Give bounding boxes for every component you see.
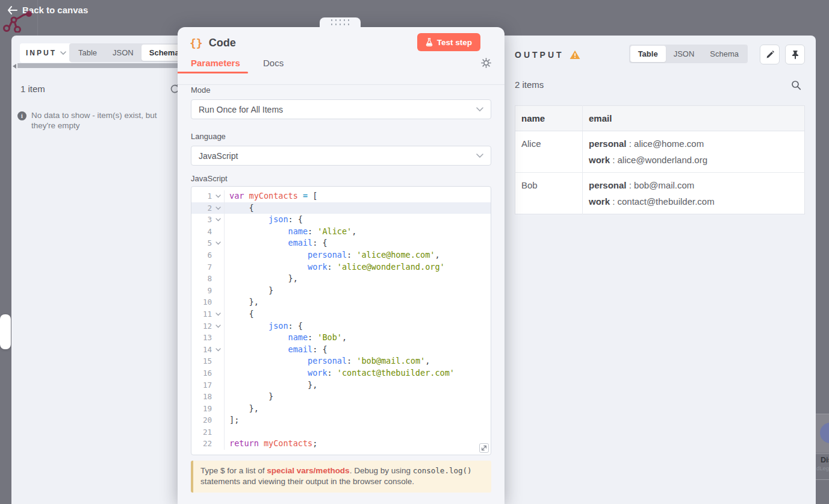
gear-icon[interactable] bbox=[481, 58, 491, 68]
panel-resize-handle[interactable] bbox=[0, 314, 11, 349]
tab-json[interactable]: JSON bbox=[666, 46, 703, 62]
pencil-icon bbox=[765, 50, 775, 60]
fold-icon bbox=[212, 403, 225, 415]
tab-parameters[interactable]: Parameters bbox=[191, 58, 240, 68]
line-number: 18 bbox=[191, 391, 212, 403]
active-tab-underline bbox=[178, 72, 248, 73]
code-line-13: 13 name: 'Bob', bbox=[191, 332, 491, 344]
line-number: 5 bbox=[191, 237, 212, 249]
output-title-label: OUTPUT bbox=[515, 50, 564, 60]
modal-drag-handle[interactable] bbox=[320, 17, 361, 27]
fold-icon[interactable] bbox=[212, 320, 225, 332]
fold-icon[interactable] bbox=[212, 237, 225, 249]
editor-hint: Type $ for a list of special vars/method… bbox=[191, 461, 491, 493]
modal-tab-bar: Parameters Docs bbox=[178, 56, 505, 85]
search-icon[interactable] bbox=[791, 80, 801, 90]
code-line-9: 9 } bbox=[191, 285, 491, 297]
fold-icon[interactable] bbox=[212, 344, 225, 356]
test-step-label: Test step bbox=[437, 38, 472, 47]
editor-resize-icon[interactable] bbox=[479, 443, 489, 453]
fold-icon bbox=[212, 414, 225, 426]
fold-icon bbox=[212, 249, 225, 261]
output-table-header-row: nameemail bbox=[515, 106, 805, 131]
tab-docs[interactable]: Docs bbox=[263, 58, 284, 68]
line-number: 22 bbox=[191, 438, 212, 450]
test-step-button[interactable]: Test step bbox=[417, 33, 480, 51]
output-table-body: Alicepersonal : alice@home.comwork : ali… bbox=[515, 131, 805, 214]
line-number: 20 bbox=[191, 414, 212, 426]
tab-table[interactable]: Table bbox=[630, 46, 666, 62]
code-line-8: 8 }, bbox=[191, 273, 491, 285]
line-number: 8 bbox=[191, 273, 212, 285]
output-view-tabs: TableJSONSchema bbox=[629, 45, 748, 63]
drag-dots-icon bbox=[331, 19, 350, 25]
input-empty-text: No data to show - item(s) exist, but the… bbox=[31, 111, 177, 131]
fold-icon[interactable] bbox=[212, 202, 225, 214]
tab-json[interactable]: JSON bbox=[105, 45, 141, 61]
canvas-divider bbox=[37, 0, 38, 36]
mode-label: Mode bbox=[191, 86, 211, 95]
output-panel-title: OUTPUT bbox=[515, 50, 580, 60]
code-line-5: 5 email: { bbox=[191, 237, 491, 249]
scroll-left-arrow-icon[interactable] bbox=[13, 64, 16, 69]
pin-icon bbox=[791, 50, 800, 60]
fold-icon[interactable] bbox=[212, 308, 225, 320]
special-vars-link[interactable]: special vars/methods bbox=[267, 466, 349, 475]
line-number: 2 bbox=[191, 202, 212, 214]
output-panel: OUTPUT TableJSONSchema 2 items namee bbox=[505, 36, 816, 504]
code-line-11: 11 { bbox=[191, 308, 491, 320]
editor-label: JavaScript bbox=[191, 174, 228, 183]
edit-output-button[interactable] bbox=[760, 45, 780, 64]
line-number: 17 bbox=[191, 379, 212, 391]
dimmed-background-fragment: Dis dLega bbox=[816, 361, 829, 504]
code-editor[interactable]: 1var myContacts = [2 {3 json: {4 name: '… bbox=[191, 186, 491, 455]
code-line-22: 22return myContacts; bbox=[191, 438, 491, 450]
code-line-3: 3 json: { bbox=[191, 214, 491, 226]
fold-icon[interactable] bbox=[212, 214, 225, 226]
line-number: 19 bbox=[191, 403, 212, 415]
input-selector-label: INPUT bbox=[26, 49, 57, 57]
modal-header: {} Code Test step bbox=[190, 31, 492, 55]
fold-icon[interactable] bbox=[212, 190, 225, 202]
code-line-1: 1var myContacts = [ bbox=[191, 190, 491, 202]
node-title: Code bbox=[209, 37, 236, 49]
table-row: Bobpersonal : bob@mail.comwork : contact… bbox=[515, 173, 805, 214]
language-select[interactable]: JavaScript bbox=[191, 146, 491, 166]
chevron-down-icon bbox=[60, 51, 66, 55]
line-number: 16 bbox=[191, 367, 212, 379]
fold-icon bbox=[212, 332, 225, 344]
chevron-down-icon bbox=[476, 107, 483, 111]
tab-schema[interactable]: Schema bbox=[702, 46, 747, 62]
tab-table[interactable]: Table bbox=[70, 45, 105, 61]
mode-value: Run Once for All Items bbox=[199, 105, 283, 114]
code-line-19: 19 }, bbox=[191, 403, 491, 415]
code-line-14: 14 email: { bbox=[191, 344, 491, 356]
mode-select[interactable]: Run Once for All Items bbox=[191, 99, 491, 119]
input-selector-dropdown[interactable]: INPUT bbox=[20, 43, 72, 63]
fold-icon bbox=[212, 226, 225, 238]
line-number: 7 bbox=[191, 261, 212, 273]
line-number: 13 bbox=[191, 332, 212, 344]
fold-icon bbox=[212, 426, 225, 438]
chevron-down-icon bbox=[476, 154, 483, 158]
line-number: 15 bbox=[191, 355, 212, 367]
pin-data-button[interactable] bbox=[785, 45, 805, 64]
app-logo-icon bbox=[1, 10, 35, 33]
code-line-10: 10 }, bbox=[191, 296, 491, 308]
fold-icon bbox=[212, 273, 225, 285]
code-node-icon: {} bbox=[190, 37, 203, 49]
flask-icon bbox=[426, 38, 433, 46]
fold-icon bbox=[212, 355, 225, 367]
line-number: 12 bbox=[191, 320, 212, 332]
column-header-name: name bbox=[515, 106, 583, 131]
code-line-4: 4 name: 'Alice', bbox=[191, 226, 491, 238]
code-node-modal: {} Code Test step Parameters Docs Mode bbox=[178, 27, 505, 504]
cell-name: Bob bbox=[515, 173, 583, 214]
line-number: 6 bbox=[191, 249, 212, 261]
code-lines: 1var myContacts = [2 {3 json: {4 name: '… bbox=[191, 190, 491, 450]
code-line-21: 21 bbox=[191, 426, 491, 438]
dimmed-text-1: Dis bbox=[821, 456, 829, 464]
fold-icon bbox=[212, 438, 225, 450]
code-line-2: 2 { bbox=[191, 202, 491, 214]
code-line-17: 17 }, bbox=[191, 379, 491, 391]
